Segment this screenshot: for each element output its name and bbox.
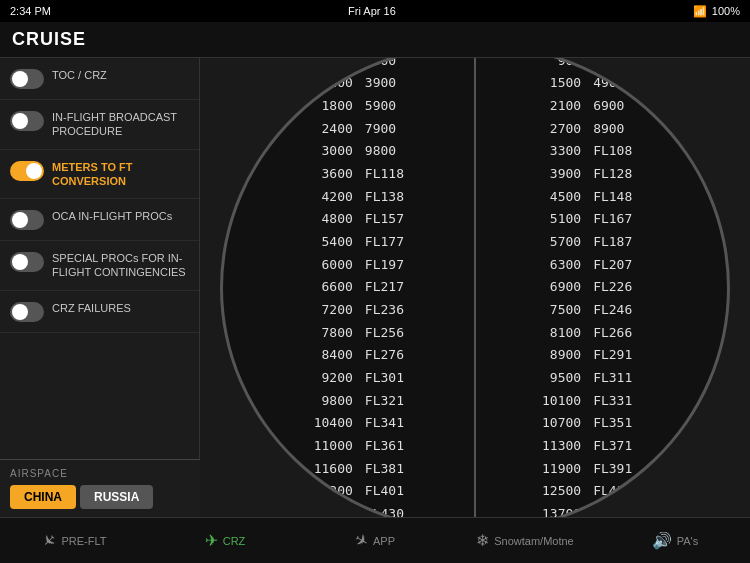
sidebar-item-oca-in-flight[interactable]: OCA IN-FLIGHT PROCs [0, 199, 199, 241]
airspace-section: AIRSPACE CHINARUSSIA [0, 459, 200, 517]
tab-label-crz: CRZ [223, 535, 246, 547]
sidebar-item-crz-failures[interactable]: CRZ FAILURES [0, 291, 199, 333]
airspace-buttons: CHINARUSSIA [10, 485, 190, 509]
tab-label-pas: PA's [677, 535, 698, 547]
tab-crz[interactable]: ✈CRZ [150, 518, 300, 563]
tab-icon-snowtam: ❄ [476, 531, 489, 550]
table-row-right-1: 15004900 [479, 73, 700, 93]
table-row-right-15: 10100FL331 [479, 391, 700, 411]
battery-text: 100% [712, 5, 740, 17]
table-col-left: 6002000120039001800590024007900300098003… [248, 46, 473, 530]
table-row-right-12: 8100FL266 [479, 323, 700, 343]
table-row-right-13: 8900FL291 [479, 345, 700, 365]
toggle-oca-in-flight[interactable] [10, 210, 44, 230]
tab-snowtam[interactable]: ❄Snowtam/Motne [450, 518, 600, 563]
tab-label-pre-flt: PRE-FLT [61, 535, 106, 547]
tab-icon-pre-flt: ✈ [39, 529, 62, 552]
tab-label-app: APP [373, 535, 395, 547]
table-row-right-16: 10700FL351 [479, 413, 700, 433]
table-row-left-7: 4800FL157 [250, 209, 471, 229]
sidebar-item-in-flight-broadcast[interactable]: IN-FLIGHT BROADCAST PROCEDURE [0, 100, 199, 150]
table-row-right-4: 3300FL108 [479, 141, 700, 161]
table-row-right-11: 7500FL246 [479, 300, 700, 320]
wifi-icon: 📶 [693, 5, 707, 18]
table-row-left-14: 9200FL301 [250, 368, 471, 388]
table-row-left-9: 6000FL197 [250, 255, 471, 275]
status-right: 📶 100% [693, 5, 740, 18]
table-row-right-2: 21006900 [479, 96, 700, 116]
status-bar: 2:34 PM Fri Apr 16 📶 100% [0, 0, 750, 22]
table-row-left-16: 10400FL341 [250, 413, 471, 433]
table-row-right-9: 6300FL207 [479, 255, 700, 275]
table-row-left-8: 5400FL177 [250, 232, 471, 252]
table-row-left-12: 7800FL256 [250, 323, 471, 343]
tab-bar: ✈PRE-FLT✈CRZ✈APP❄Snowtam/Motne🔊PA's [0, 517, 750, 563]
table-row-right-5: 3900FL128 [479, 164, 700, 184]
table-divider [474, 46, 476, 530]
table-row-left-4: 30009800 [250, 141, 471, 161]
table-row-left-18: 11600FL381 [250, 459, 471, 479]
circle-viewport[interactable]: 6002000120039001800590024007900300098003… [220, 43, 730, 533]
tab-label-snowtam: Snowtam/Motne [494, 535, 573, 547]
app-header: CRUISE [0, 22, 750, 58]
tab-pas[interactable]: 🔊PA's [600, 518, 750, 563]
table-row-left-2: 18005900 [250, 96, 471, 116]
conversion-table: 6002000120039001800590024007900300098003… [223, 46, 727, 530]
sidebar-label-crz-failures: CRZ FAILURES [52, 301, 131, 315]
table-row-right-18: 11900FL391 [479, 459, 700, 479]
tab-icon-crz: ✈ [205, 531, 218, 550]
toggle-meters-to-ft[interactable] [10, 161, 44, 181]
table-row-right-8: 5700FL187 [479, 232, 700, 252]
table-row-right-7: 5100FL167 [479, 209, 700, 229]
table-inner: 6002000120039001800590024007900300098003… [248, 46, 702, 530]
sidebar-label-in-flight-broadcast: IN-FLIGHT BROADCAST PROCEDURE [52, 110, 189, 139]
tab-pre-flt[interactable]: ✈PRE-FLT [0, 518, 150, 563]
sidebar-label-special-procs: SPECIAL PROCs FOR IN-FLIGHT CONTINGENCIE… [52, 251, 189, 280]
table-row-left-3: 24007900 [250, 119, 471, 139]
app-title: CRUISE [12, 29, 86, 50]
table-row-right-19: 12500FL411 [479, 481, 700, 501]
table-row-left-6: 4200FL138 [250, 187, 471, 207]
status-date: Fri Apr 16 [348, 5, 396, 17]
airspace-btn-russia[interactable]: RUSSIA [80, 485, 153, 509]
table-row-right-3: 27008900 [479, 119, 700, 139]
sidebar-label-toc-crz: TOC / CRZ [52, 68, 107, 82]
table-row-left-17: 11000FL361 [250, 436, 471, 456]
toggle-crz-failures[interactable] [10, 302, 44, 322]
table-row-right-10: 6900FL226 [479, 277, 700, 297]
table-row-left-15: 9800FL321 [250, 391, 471, 411]
airspace-label: AIRSPACE [10, 468, 190, 479]
table-row-left-10: 6600FL217 [250, 277, 471, 297]
sidebar-item-meters-to-ft[interactable]: METERS TO FT CONVERSION [0, 150, 199, 200]
tab-icon-pas: 🔊 [652, 531, 672, 550]
airspace-btn-china[interactable]: CHINA [10, 485, 76, 509]
table-row-left-5: 3600FL118 [250, 164, 471, 184]
table-row-right-17: 11300FL371 [479, 436, 700, 456]
sidebar-item-toc-crz[interactable]: TOC / CRZ [0, 58, 199, 100]
toggle-special-procs[interactable] [10, 252, 44, 272]
main-content: 6002000120039001800590024007900300098003… [200, 58, 750, 517]
table-col-right: 90030001500490021006900270089003300FL108… [477, 46, 702, 530]
sidebar-label-meters-to-ft: METERS TO FT CONVERSION [52, 160, 189, 189]
toggle-toc-crz[interactable] [10, 69, 44, 89]
table-row-left-13: 8400FL276 [250, 345, 471, 365]
tab-app[interactable]: ✈APP [300, 518, 450, 563]
table-row-left-1: 12003900 [250, 73, 471, 93]
status-time: 2:34 PM [10, 5, 51, 17]
toggle-in-flight-broadcast[interactable] [10, 111, 44, 131]
table-row-left-11: 7200FL236 [250, 300, 471, 320]
tab-icon-app: ✈ [351, 529, 372, 552]
table-row-right-14: 9500FL311 [479, 368, 700, 388]
sidebar: TOC / CRZIN-FLIGHT BROADCAST PROCEDUREME… [0, 58, 200, 517]
sidebar-item-special-procs[interactable]: SPECIAL PROCs FOR IN-FLIGHT CONTINGENCIE… [0, 241, 199, 291]
sidebar-label-oca-in-flight: OCA IN-FLIGHT PROCs [52, 209, 172, 223]
table-row-left-19: 12200FL401 [250, 481, 471, 501]
table-row-right-6: 4500FL148 [479, 187, 700, 207]
